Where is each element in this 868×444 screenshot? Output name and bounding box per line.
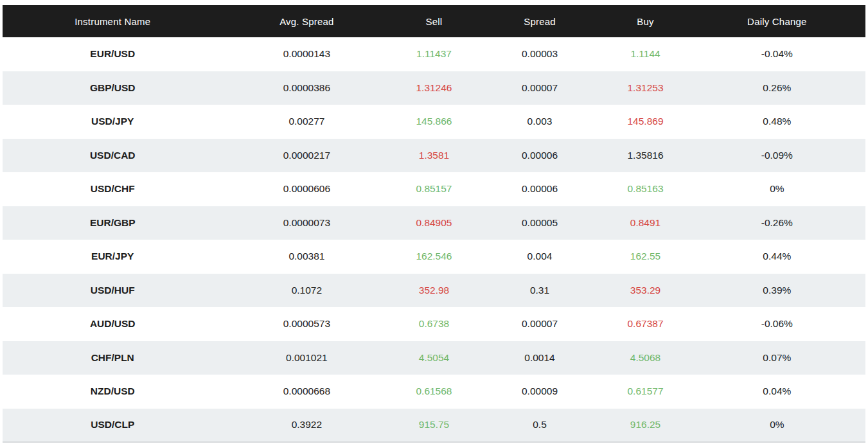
table-row: EUR/USD0.00001431.114370.000031.1144-0.0…	[3, 37, 865, 71]
spread-value: 0.00006	[477, 172, 603, 206]
table-row: USD/CLP0.3922915.750.5916.250%	[3, 409, 865, 443]
instrument-name: USD/CLP	[3, 409, 222, 443]
daily-change-value: -0.26%	[689, 206, 865, 240]
daily-change-value: -0.06%	[689, 307, 865, 341]
spread-value: 0.00006	[477, 139, 603, 173]
daily-change-value: 0.39%	[689, 274, 865, 308]
daily-change-value: -0.04%	[689, 37, 865, 71]
instrument-name: USD/CAD	[3, 139, 222, 173]
sell-price: 4.5054	[391, 341, 477, 375]
sell-price: 0.84905	[391, 206, 477, 240]
instrument-name: USD/JPY	[3, 105, 222, 139]
table-header: Instrument Name Avg. Spread Sell Spread …	[3, 5, 865, 37]
buy-price: 0.8491	[602, 206, 688, 240]
instrument-name: CHF/PLN	[3, 341, 222, 375]
instrument-name: NZD/USD	[3, 375, 222, 409]
avg-spread-value: 0.0000143	[222, 37, 391, 71]
spread-value: 0.00003	[477, 37, 603, 71]
sell-price: 1.31246	[391, 71, 477, 105]
rates-table-body: EUR/USD0.00001431.114370.000031.1144-0.0…	[3, 37, 865, 442]
avg-spread-value: 0.0000386	[222, 71, 391, 105]
sell-price: 0.61568	[391, 375, 477, 409]
avg-spread-value: 0.0000606	[222, 172, 391, 206]
buy-price: 0.67387	[602, 307, 688, 341]
buy-price: 162.55	[602, 240, 688, 274]
avg-spread-value: 0.0000668	[222, 375, 391, 409]
table-row: CHF/PLN0.0010214.50540.00144.50680.07%	[3, 341, 865, 375]
column-header-instrument-name: Instrument Name	[3, 5, 222, 37]
table-row: GBP/USD0.00003861.312460.000071.312530.2…	[3, 71, 865, 105]
table-header-row: Instrument Name Avg. Spread Sell Spread …	[3, 5, 865, 37]
daily-change-value: 0.44%	[689, 240, 865, 274]
spread-value: 0.00009	[477, 375, 603, 409]
table-row: EUR/GBP0.00000730.849050.000050.8491-0.2…	[3, 206, 865, 240]
forex-rates-table: Instrument Name Avg. Spread Sell Spread …	[3, 5, 865, 443]
avg-spread-value: 0.001021	[222, 341, 391, 375]
avg-spread-value: 0.0000073	[222, 206, 391, 240]
buy-price: 145.869	[602, 105, 688, 139]
forex-rates-widget: Instrument Name Avg. Spread Sell Spread …	[0, 0, 868, 443]
table-row: EUR/JPY0.00381162.5460.004162.550.44%	[3, 240, 865, 274]
instrument-name: USD/HUF	[3, 274, 222, 308]
buy-price: 1.31253	[602, 71, 688, 105]
instrument-name: GBP/USD	[3, 71, 222, 105]
table-row: NZD/USD0.00006680.615680.000090.615770.0…	[3, 375, 865, 409]
spread-value: 0.00007	[477, 307, 603, 341]
instrument-name: EUR/JPY	[3, 240, 222, 274]
spread-value: 0.003	[477, 105, 603, 139]
spread-value: 0.31	[477, 274, 603, 308]
instrument-name: EUR/GBP	[3, 206, 222, 240]
buy-price: 0.61577	[602, 375, 688, 409]
buy-price: 353.29	[602, 274, 688, 308]
spread-value: 0.00005	[477, 206, 603, 240]
table-row: AUD/USD0.00005730.67380.000070.67387-0.0…	[3, 307, 865, 341]
daily-change-value: 0.07%	[689, 341, 865, 375]
column-header-spread: Spread	[477, 5, 603, 37]
column-header-daily-change: Daily Change	[689, 5, 865, 37]
buy-price: 4.5068	[602, 341, 688, 375]
spread-value: 0.5	[477, 409, 603, 443]
sell-price: 915.75	[391, 409, 477, 443]
sell-price: 1.11437	[391, 37, 477, 71]
spread-value: 0.004	[477, 240, 603, 274]
instrument-name: USD/CHF	[3, 172, 222, 206]
buy-price: 0.85163	[602, 172, 688, 206]
buy-price: 1.35816	[602, 139, 688, 173]
instrument-name: AUD/USD	[3, 307, 222, 341]
sell-price: 1.3581	[391, 139, 477, 173]
daily-change-value: 0.48%	[689, 105, 865, 139]
spread-value: 0.00007	[477, 71, 603, 105]
table-row: USD/CHF0.00006060.851570.000060.851630%	[3, 172, 865, 206]
table-row: USD/JPY0.00277145.8660.003145.8690.48%	[3, 105, 865, 139]
avg-spread-value: 0.0000217	[222, 139, 391, 173]
spread-value: 0.0014	[477, 341, 603, 375]
column-header-buy: Buy	[602, 5, 688, 37]
table-row: USD/HUF0.1072352.980.31353.290.39%	[3, 274, 865, 308]
avg-spread-value: 0.3922	[222, 409, 391, 443]
buy-price: 916.25	[602, 409, 688, 443]
column-header-sell: Sell	[391, 5, 477, 37]
sell-price: 162.546	[391, 240, 477, 274]
table-row: USD/CAD0.00002171.35810.000061.35816-0.0…	[3, 139, 865, 173]
avg-spread-value: 0.0000573	[222, 307, 391, 341]
sell-price: 0.6738	[391, 307, 477, 341]
avg-spread-value: 0.00277	[222, 105, 391, 139]
sell-price: 352.98	[391, 274, 477, 308]
daily-change-value: 0.04%	[689, 375, 865, 409]
daily-change-value: 0%	[689, 409, 865, 443]
daily-change-value: 0.26%	[689, 71, 865, 105]
buy-price: 1.1144	[602, 37, 688, 71]
daily-change-value: -0.09%	[689, 139, 865, 173]
avg-spread-value: 0.00381	[222, 240, 391, 274]
daily-change-value: 0%	[689, 172, 865, 206]
sell-price: 0.85157	[391, 172, 477, 206]
avg-spread-value: 0.1072	[222, 274, 391, 308]
column-header-avg-spread: Avg. Spread	[222, 5, 391, 37]
instrument-name: EUR/USD	[3, 37, 222, 71]
sell-price: 145.866	[391, 105, 477, 139]
